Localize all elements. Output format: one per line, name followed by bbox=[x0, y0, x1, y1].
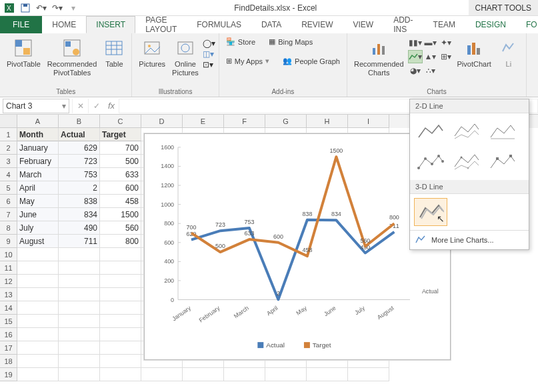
cell[interactable] bbox=[17, 328, 59, 341]
cell[interactable] bbox=[59, 275, 100, 288]
save-icon[interactable] bbox=[20, 3, 31, 13]
tab-formulas[interactable]: FORMULAS bbox=[187, 16, 251, 33]
cell[interactable]: March bbox=[17, 168, 59, 181]
cell[interactable]: 629 bbox=[59, 141, 100, 155]
cell[interactable]: 753 bbox=[59, 168, 100, 181]
cancel-formula-button[interactable]: ✕ bbox=[72, 99, 88, 113]
cell[interactable]: 700 bbox=[100, 141, 141, 155]
cell[interactable] bbox=[100, 261, 141, 275]
pie-chart-button[interactable]: ◕▾ bbox=[408, 64, 423, 77]
cell[interactable]: 458 bbox=[100, 195, 141, 208]
cell[interactable]: February bbox=[17, 155, 59, 168]
cell[interactable] bbox=[100, 275, 141, 288]
fx-icon[interactable]: fx bbox=[104, 101, 119, 111]
store-button[interactable]: 🏪Store bbox=[223, 36, 258, 47]
tab-team[interactable]: TEAM bbox=[423, 16, 465, 33]
row-header[interactable]: 3 bbox=[0, 155, 17, 168]
cell[interactable] bbox=[100, 288, 141, 301]
cell[interactable] bbox=[59, 261, 100, 275]
col-header[interactable]: H bbox=[307, 115, 348, 128]
col-header[interactable]: D bbox=[141, 115, 183, 128]
embedded-chart[interactable]: 0200400600800100012001400160062972375328… bbox=[144, 133, 451, 360]
row-header[interactable]: 18 bbox=[0, 355, 17, 368]
cell[interactable] bbox=[17, 315, 59, 328]
cell[interactable] bbox=[17, 275, 59, 288]
undo-icon[interactable]: ↶▾ bbox=[36, 3, 47, 13]
scatter-chart-button[interactable]: ∴▾ bbox=[423, 64, 438, 77]
col-header[interactable]: E bbox=[183, 115, 224, 128]
cell[interactable] bbox=[59, 355, 100, 368]
pivottable-button[interactable]: PivotTable bbox=[4, 36, 43, 70]
cell[interactable]: 633 bbox=[100, 168, 141, 181]
row-header[interactable]: 9 bbox=[0, 235, 17, 248]
cell[interactable] bbox=[59, 288, 100, 301]
cell[interactable] bbox=[17, 261, 59, 275]
cell[interactable]: 1500 bbox=[100, 208, 141, 221]
col-header[interactable]: G bbox=[265, 115, 307, 128]
confirm-formula-button[interactable]: ✓ bbox=[88, 99, 104, 113]
cell[interactable] bbox=[59, 368, 100, 381]
cell[interactable]: 490 bbox=[59, 221, 100, 235]
row-header[interactable]: 19 bbox=[0, 368, 17, 381]
row-header[interactable]: 17 bbox=[0, 341, 17, 355]
line-chart-option-4[interactable] bbox=[414, 148, 447, 176]
recommended-charts-button[interactable]: Recommended Charts bbox=[351, 36, 407, 79]
cell[interactable] bbox=[17, 301, 59, 315]
cell[interactable]: January bbox=[17, 141, 59, 155]
cell[interactable] bbox=[100, 301, 141, 315]
row-header[interactable]: 10 bbox=[0, 248, 17, 261]
col-header[interactable]: I bbox=[348, 115, 389, 128]
tab-data[interactable]: DATA bbox=[251, 16, 291, 33]
tab-format-partial[interactable]: FO bbox=[516, 16, 538, 33]
tab-home[interactable]: HOME bbox=[42, 16, 86, 33]
cell[interactable] bbox=[59, 301, 100, 315]
tab-addins[interactable]: ADD-INS bbox=[383, 16, 423, 33]
row-header[interactable]: 8 bbox=[0, 221, 17, 235]
pivotchart-button[interactable]: PivotChart bbox=[455, 36, 494, 70]
line-chart-option-3[interactable] bbox=[486, 117, 519, 145]
stock-chart-button[interactable]: ✦▾ bbox=[439, 36, 453, 49]
cell[interactable] bbox=[59, 248, 100, 261]
more-line-charts-button[interactable]: More Line Charts... bbox=[410, 230, 529, 249]
cell[interactable] bbox=[100, 355, 141, 368]
cell[interactable]: 838 bbox=[59, 195, 100, 208]
people-graph-button[interactable]: 👥People Graph bbox=[280, 55, 343, 67]
cell[interactable]: 2 bbox=[59, 181, 100, 195]
cell[interactable]: 800 bbox=[100, 235, 141, 248]
col-header[interactable]: C bbox=[100, 115, 141, 128]
cell[interactable] bbox=[100, 328, 141, 341]
line-chart-option-1[interactable] bbox=[414, 117, 447, 145]
my-apps-button[interactable]: ⊞My Apps▾ bbox=[223, 55, 272, 67]
col-header[interactable]: A bbox=[17, 115, 59, 128]
chevron-down-icon[interactable]: ▾ bbox=[62, 101, 66, 111]
line-chart-option-6[interactable] bbox=[486, 148, 519, 176]
3d-line-chart-option[interactable]: ↖ bbox=[414, 198, 447, 226]
tab-view[interactable]: VIEW bbox=[343, 16, 384, 33]
row-header[interactable]: 1 bbox=[0, 128, 17, 141]
tab-insert[interactable]: INSERT bbox=[86, 16, 135, 33]
cell[interactable] bbox=[17, 355, 59, 368]
line-chart-button[interactable]: ▾ bbox=[408, 50, 423, 63]
cell[interactable] bbox=[17, 248, 59, 261]
cell[interactable] bbox=[17, 341, 59, 355]
cell[interactable] bbox=[100, 341, 141, 355]
recommended-pivottables-button[interactable]: Recommended PivotTables bbox=[45, 36, 100, 79]
bing-maps-button[interactable]: ▦Bing Maps bbox=[266, 36, 315, 47]
tab-file[interactable]: FILE bbox=[0, 16, 42, 33]
line-sparkline-button[interactable]: Li bbox=[495, 36, 522, 70]
cell[interactable]: 834 bbox=[59, 208, 100, 221]
name-box[interactable]: Chart 3 ▾ bbox=[3, 99, 69, 113]
row-header[interactable]: 15 bbox=[0, 315, 17, 328]
redo-icon[interactable]: ↷▾ bbox=[52, 3, 63, 13]
cell[interactable]: 600 bbox=[100, 181, 141, 195]
cell[interactable]: 723 bbox=[59, 155, 100, 168]
cell[interactable]: June bbox=[17, 208, 59, 221]
cell[interactable] bbox=[59, 328, 100, 341]
qat-customize-icon[interactable]: ▾ bbox=[68, 3, 79, 13]
cell[interactable]: April bbox=[17, 181, 59, 195]
cell[interactable] bbox=[307, 368, 348, 381]
cell[interactable] bbox=[59, 341, 100, 355]
online-pictures-button[interactable]: Online Pictures bbox=[169, 36, 201, 79]
shapes-icon[interactable]: ◯▾ bbox=[203, 39, 215, 48]
select-all-corner[interactable] bbox=[0, 115, 17, 128]
